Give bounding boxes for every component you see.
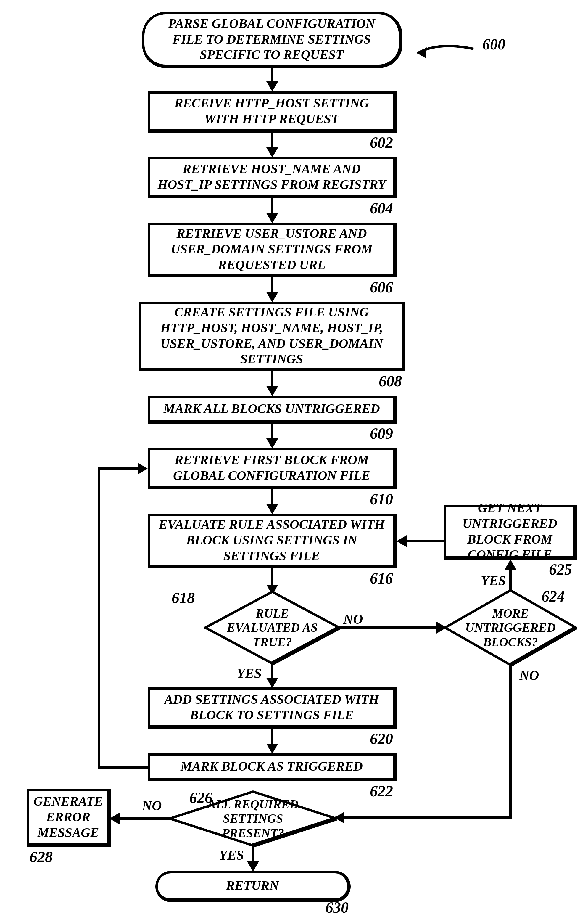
node-625-text: GET NEXT UNTRIGGERED BLOCK FROM CONFIG F… [453,500,567,563]
arrow-line [271,424,273,440]
svg-marker-0 [417,47,427,58]
arrow-line [509,568,512,591]
label-606: 606 [370,278,393,296]
arrow-line [118,817,170,820]
arrow-down-icon [247,861,259,872]
arrow-left-icon [110,813,120,824]
node-620-text: ADD SETTINGS ASSOCIATED WITH BLOCK TO SE… [157,692,386,723]
node-609: MARK ALL BLOCKS UNTRIGGERED [148,395,397,424]
arrow-down-icon [267,439,278,448]
node-606: RETRIEVE USER_USTORE AND USER_DOMAIN SET… [148,223,397,277]
edge-618-yes-label: YES [237,665,262,681]
edge-624-yes-label: YES [481,573,506,589]
arrow-down-icon [267,81,278,91]
arrow-line [343,816,512,819]
node-602: RECEIVE HTTP_HOST SETTING WITH HTTP REQU… [148,91,397,133]
label-625: 625 [549,561,572,578]
node-628: GENERATE ERROR MESSAGE [27,789,111,847]
label-622: 622 [370,782,393,800]
label-610: 610 [370,490,393,508]
arrow-line [98,766,149,769]
flowchart: PARSE GLOBAL CONFIGURATION FILE TO DETER… [0,0,588,913]
arrow-line [271,663,273,680]
label-624: 624 [541,588,565,605]
node-622-text: MARK BLOCK AS TRIGGERED [181,759,363,774]
node-600-terminator: PARSE GLOBAL CONFIGURATION FILE TO DETER… [142,12,402,68]
node-630-terminator: RETURN [155,871,351,902]
node-604-text: RETRIEVE HOST_NAME AND HOST_IP SETTINGS … [157,161,386,193]
label-602: 602 [370,134,393,151]
node-606-text: RETRIEVE USER_USTORE AND USER_DOMAIN SET… [157,226,386,273]
node-604: RETRIEVE HOST_NAME AND HOST_IP SETTINGS … [148,157,397,198]
arrow-line [271,198,273,215]
arrow-down-icon [267,147,278,157]
arrow-down-icon [267,386,278,396]
arrow-down-icon [267,744,278,754]
edge-618-no-label: NO [343,611,363,627]
edge-624-no-label: NO [519,668,539,683]
pointer-600 [409,39,482,65]
node-625: GET NEXT UNTRIGGERED BLOCK FROM CONFIG F… [444,505,577,560]
arrow-line [271,277,273,294]
label-604: 604 [370,199,393,217]
arrow-left-icon [397,535,407,547]
label-608: 608 [379,372,402,390]
node-608: CREATE SETTINGS FILE USING HTTP_HOST, HO… [139,302,405,371]
arrow-line [271,68,273,83]
arrow-line [252,845,254,863]
label-616: 616 [370,570,393,587]
node-600-text: PARSE GLOBAL CONFIGURATION FILE TO DETER… [153,16,390,63]
node-608-text: CREATE SETTINGS FILE USING HTTP_HOST, HO… [148,304,395,367]
label-630: 630 [326,899,349,913]
arrow-down-icon [267,292,278,302]
arrow-line [405,540,444,542]
label-626: 626 [189,789,212,806]
node-630-text: RETURN [226,878,279,894]
node-618-text: RULE EVALUATED AS TRUE? [218,606,327,649]
node-616: EVALUATE RULE ASSOCIATED WITH BLOCK USIN… [148,514,397,568]
arrow-line [339,626,438,629]
node-618-decision: RULE EVALUATED AS TRUE? [204,591,340,665]
node-610: RETRIEVE FIRST BLOCK FROM GLOBAL CONFIGU… [148,448,397,489]
node-602-text: RECEIVE HTTP_HOST SETTING WITH HTTP REQU… [157,96,386,127]
arrow-line [271,371,273,387]
edge-626-no-label: NO [142,798,162,814]
label-609: 609 [370,425,393,442]
node-624-text: MORE UNTRIGGERED BLOCKS? [457,606,564,649]
arrow-line [271,133,273,149]
node-628-text: GENERATE ERROR MESSAGE [34,794,103,840]
arrow-right-icon [137,463,148,474]
label-618: 618 [172,589,195,607]
node-609-text: MARK ALL BLOCKS UNTRIGGERED [163,401,380,417]
arrow-line [98,468,139,470]
node-626-text: ALL REQUIRED SETTINGS PRESENT? [198,797,308,840]
node-610-text: RETRIEVE FIRST BLOCK FROM GLOBAL CONFIGU… [157,452,386,484]
node-616-text: EVALUATE RULE ASSOCIATED WITH BLOCK USIN… [157,517,386,564]
arrow-down-icon [267,678,278,688]
arrow-line [271,568,273,586]
label-620: 620 [370,730,393,748]
label-600: 600 [482,36,506,53]
label-628: 628 [30,848,53,866]
arrow-line [271,489,273,506]
arrow-line [271,729,273,745]
arrow-line [509,665,512,819]
node-620: ADD SETTINGS ASSOCIATED WITH BLOCK TO SE… [148,687,397,729]
arrow-down-icon [267,213,278,223]
arrow-down-icon [267,504,278,514]
edge-626-yes-label: YES [219,847,244,863]
node-622: MARK BLOCK AS TRIGGERED [148,753,397,781]
arrow-line [98,468,100,769]
